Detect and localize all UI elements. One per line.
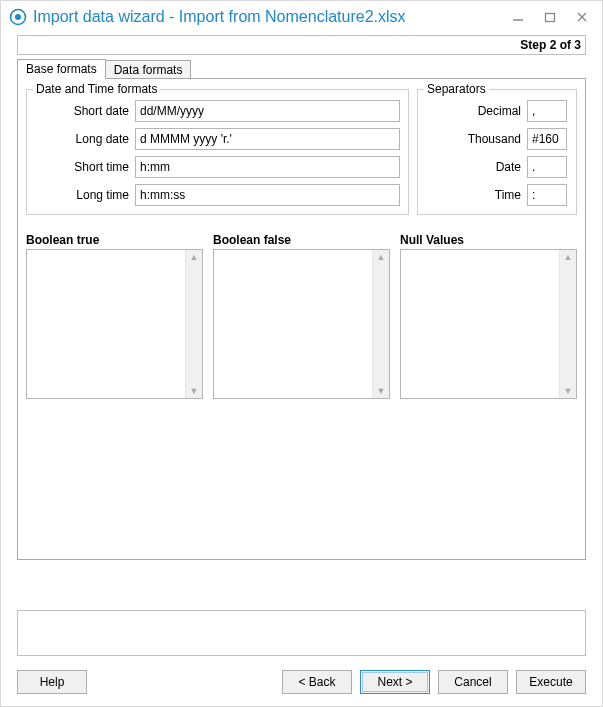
- listbox-boolean-false[interactable]: ▲ ▼: [213, 249, 390, 399]
- tab-panel-base-formats: Date and Time formats Short date Long da…: [17, 78, 586, 560]
- title-null-values: Null Values: [400, 233, 577, 247]
- scrollbar-null-values[interactable]: ▲ ▼: [559, 250, 576, 398]
- listbox-boolean-true[interactable]: ▲ ▼: [26, 249, 203, 399]
- maximize-button[interactable]: [542, 9, 558, 25]
- import-wizard-window: Import data wizard - Import from Nomencl…: [0, 0, 603, 707]
- execute-button[interactable]: Execute: [516, 670, 586, 694]
- label-date-sep: Date: [426, 160, 521, 174]
- label-short-date: Short date: [35, 104, 129, 118]
- listbox-null-values[interactable]: ▲ ▼: [400, 249, 577, 399]
- scrollbar-boolean-false[interactable]: ▲ ▼: [372, 250, 389, 398]
- group-separators: Separators Decimal Thousand Date Tim: [417, 89, 577, 215]
- input-date-sep[interactable]: [527, 156, 567, 178]
- scroll-down-icon: ▼: [377, 386, 386, 396]
- tab-data-formats[interactable]: Data formats: [105, 60, 192, 79]
- label-decimal: Decimal: [426, 104, 521, 118]
- legend-datetime: Date and Time formats: [33, 82, 160, 96]
- input-decimal[interactable]: [527, 100, 567, 122]
- minimize-button[interactable]: [510, 9, 526, 25]
- message-area: [17, 610, 586, 656]
- close-button[interactable]: [574, 9, 590, 25]
- step-indicator: Step 2 of 3: [520, 38, 581, 52]
- scroll-down-icon: ▼: [564, 386, 573, 396]
- input-thousand[interactable]: [527, 128, 567, 150]
- window-controls: [510, 9, 590, 25]
- scroll-up-icon: ▲: [377, 252, 386, 262]
- group-datetime-formats: Date and Time formats Short date Long da…: [26, 89, 409, 215]
- titlebar: Import data wizard - Import from Nomencl…: [1, 1, 602, 33]
- title-boolean-false: Boolean false: [213, 233, 390, 247]
- scroll-down-icon: ▼: [190, 386, 199, 396]
- label-thousand: Thousand: [426, 132, 521, 146]
- input-short-date[interactable]: [135, 100, 400, 122]
- scroll-up-icon: ▲: [564, 252, 573, 262]
- title-boolean-true: Boolean true: [26, 233, 203, 247]
- label-long-date: Long date: [35, 132, 129, 146]
- input-short-time[interactable]: [135, 156, 400, 178]
- scroll-up-icon: ▲: [190, 252, 199, 262]
- button-bar: Help < Back Next > Cancel Execute: [17, 666, 586, 694]
- tab-strip: Base formats Data formats: [17, 59, 586, 79]
- tab-base-formats[interactable]: Base formats: [17, 59, 106, 79]
- label-long-time: Long time: [35, 188, 129, 202]
- label-time-sep: Time: [426, 188, 521, 202]
- svg-point-1: [15, 14, 21, 20]
- app-icon: [9, 8, 27, 26]
- help-button[interactable]: Help: [17, 670, 87, 694]
- input-long-time[interactable]: [135, 184, 400, 206]
- input-long-date[interactable]: [135, 128, 400, 150]
- next-button[interactable]: Next >: [360, 670, 430, 694]
- input-time-sep[interactable]: [527, 184, 567, 206]
- window-title: Import data wizard - Import from Nomencl…: [33, 8, 502, 26]
- svg-rect-3: [546, 14, 555, 22]
- step-indicator-bar: Step 2 of 3: [17, 35, 586, 55]
- back-button[interactable]: < Back: [282, 670, 352, 694]
- cancel-button[interactable]: Cancel: [438, 670, 508, 694]
- label-short-time: Short time: [35, 160, 129, 174]
- content-area: Step 2 of 3 Base formats Data formats Da…: [1, 33, 602, 706]
- legend-separators: Separators: [424, 82, 489, 96]
- scrollbar-boolean-true[interactable]: ▲ ▼: [185, 250, 202, 398]
